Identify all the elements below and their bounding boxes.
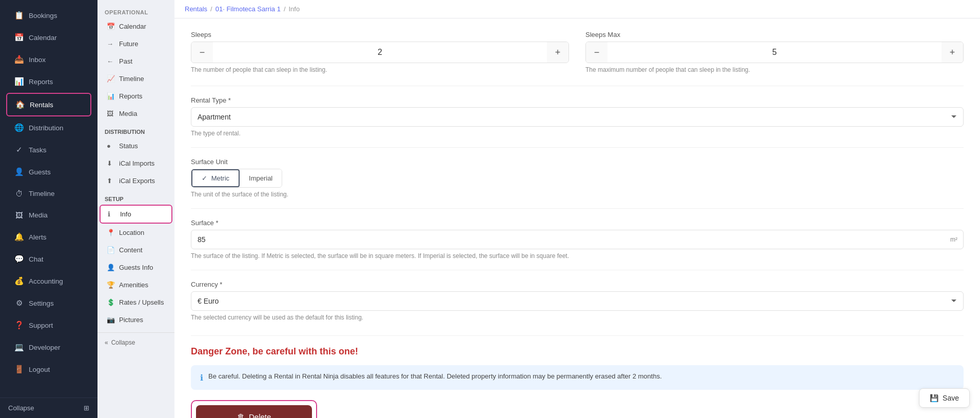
sub-reports-icon: 📊: [107, 92, 115, 100]
currency-select[interactable]: € Euro: [191, 291, 964, 311]
sleeps-increment[interactable]: +: [547, 42, 569, 63]
metric-button[interactable]: ✓ Metric: [191, 169, 240, 187]
sub-item-content[interactable]: 📄 Content: [100, 242, 172, 258]
save-icon: 💾: [930, 394, 938, 402]
sub-item-calendar[interactable]: 📅 Calendar: [100, 18, 172, 35]
imperial-label: Imperial: [249, 174, 272, 182]
rental-type-select[interactable]: Apartment: [191, 107, 964, 127]
surface-unit-label: Surface Unit: [191, 158, 964, 166]
sleeps-group: Sleeps − 2 + The number of people that c…: [191, 31, 569, 73]
sub-item-label: Calendar: [119, 23, 146, 30]
sub-item-status[interactable]: ● Status: [100, 137, 172, 154]
sleeps-max-label: Sleeps Max: [585, 31, 964, 38]
sidebar-item-calendar[interactable]: 📅 Calendar: [6, 27, 91, 48]
sub-item-ical-imports[interactable]: ⬇ iCal Imports: [100, 155, 172, 172]
sidebar-item-support[interactable]: ❓ Support: [6, 314, 91, 336]
sub-item-past[interactable]: ← Past: [100, 53, 172, 70]
sub-section-operational: Operational: [97, 4, 174, 17]
sidebar-item-tasks[interactable]: ✓ Tasks: [6, 139, 91, 161]
sidebar-item-label: Calendar: [29, 34, 57, 42]
sub-item-location[interactable]: 📍 Location: [100, 224, 172, 241]
sub-item-pictures[interactable]: 📷 Pictures: [100, 311, 172, 328]
sleeps-max-decrement[interactable]: −: [586, 42, 607, 63]
sub-ical-export-icon: ⬆: [107, 177, 115, 185]
sidebar-item-reports[interactable]: 📊 Reports: [6, 71, 91, 92]
sidebar-item-accounting[interactable]: 💰 Accounting: [6, 270, 91, 292]
delete-button[interactable]: 🗑 Delete: [196, 405, 312, 418]
sidebar-item-rentals[interactable]: 🏠 Rentals: [6, 93, 91, 116]
sub-collapse-label: Collapse: [111, 339, 135, 346]
sleeps-decrement[interactable]: −: [191, 42, 213, 63]
sub-item-media[interactable]: 🖼 Media: [100, 105, 172, 122]
sidebar-item-label: Alerts: [29, 233, 47, 241]
sleeps-max-value: 5: [607, 48, 942, 57]
sub-item-ical-exports[interactable]: ⬆ iCal Exports: [100, 172, 172, 189]
chat-icon: 💬: [14, 254, 24, 264]
sub-collapse-icon: «: [105, 339, 108, 346]
sidebar-item-label: Tasks: [29, 146, 47, 154]
sub-info-icon: ℹ: [108, 210, 116, 218]
sub-item-info[interactable]: ℹ Info: [100, 205, 172, 224]
sidebar-item-inbox[interactable]: 📥 Inbox: [6, 49, 91, 70]
surface-unit-hint: The unit of the surface of the listing.: [191, 191, 964, 198]
timeline-icon: ⏱: [14, 189, 24, 198]
sub-item-label: Status: [119, 142, 138, 150]
sub-item-label: Guests Info: [119, 264, 153, 271]
sub-item-timeline[interactable]: 📈 Timeline: [100, 70, 172, 87]
sidebar-item-distribution[interactable]: 🌐 Distribution: [6, 117, 91, 138]
sleeps-stepper: − 2 +: [191, 42, 569, 63]
settings-icon: ⚙: [14, 298, 24, 308]
sub-collapse-button[interactable]: « Collapse: [97, 332, 174, 352]
sidebar-item-logout[interactable]: 🚪 Logout: [6, 359, 91, 380]
bookings-icon: 📋: [14, 11, 24, 20]
developer-icon: 💻: [14, 343, 24, 352]
breadcrumb-rentals[interactable]: Rentals: [185, 5, 207, 13]
sidebar-item-label: Chat: [29, 255, 44, 263]
collapse-button[interactable]: Collapse ⊞: [0, 398, 97, 418]
rental-type-label: Rental Type *: [191, 96, 964, 104]
imperial-button[interactable]: Imperial: [240, 169, 282, 187]
sidebar-item-label: Logout: [29, 366, 50, 373]
sidebar-item-chat[interactable]: 💬 Chat: [6, 248, 91, 270]
sub-item-amenities[interactable]: 🏆 Amenities: [100, 276, 172, 293]
sub-guests-info-icon: 👤: [107, 264, 115, 271]
sub-item-guests-info[interactable]: 👤 Guests Info: [100, 259, 172, 276]
breadcrumb-separator-2: /: [284, 5, 286, 13]
guests-icon: 👤: [14, 167, 24, 176]
sidebar-item-media[interactable]: 🖼 Media: [6, 205, 91, 226]
sidebar-item-settings[interactable]: ⚙ Settings: [6, 292, 91, 314]
sub-item-label: iCal Imports: [119, 160, 154, 167]
sub-item-reports[interactable]: 📊 Reports: [100, 88, 172, 105]
sidebar-item-label: Distribution: [29, 124, 64, 132]
sub-past-icon: ←: [107, 57, 115, 65]
breadcrumb-rental-name[interactable]: 01· Filmoteca Sarria 1: [215, 5, 281, 13]
surface-unit-group: Surface Unit ✓ Metric Imperial The unit …: [191, 158, 964, 198]
sidebar-item-label: Inbox: [29, 56, 46, 64]
sidebar-item-alerts[interactable]: 🔔 Alerts: [6, 226, 91, 248]
sidebar-item-label: Media: [29, 211, 48, 219]
sidebar-item-label: Support: [29, 322, 53, 329]
info-circle-icon: ℹ: [200, 373, 203, 383]
sidebar-item-developer[interactable]: 💻 Developer: [6, 336, 91, 358]
sidebar-item-label: Guests: [29, 168, 51, 176]
tasks-icon: ✓: [14, 145, 24, 154]
sub-calendar-icon: 📅: [107, 23, 115, 30]
sidebar-item-timeline[interactable]: ⏱ Timeline: [6, 183, 91, 204]
sub-item-future[interactable]: → Future: [100, 35, 172, 52]
save-button[interactable]: 💾 Save: [919, 388, 970, 408]
sub-item-rates[interactable]: 💲 Rates / Upsells: [100, 294, 172, 311]
sleeps-max-group: Sleeps Max − 5 + The maximum number of p…: [585, 31, 964, 73]
sub-item-label: Location: [119, 229, 144, 236]
sub-status-icon: ●: [107, 142, 115, 150]
sub-location-icon: 📍: [107, 229, 115, 236]
sidebar-bottom: Collapse ⊞: [0, 397, 97, 418]
surface-hint: The surface of the listing. If Metric is…: [191, 252, 964, 260]
sub-amenities-icon: 🏆: [107, 281, 115, 289]
sub-item-label: Pictures: [119, 316, 143, 324]
sidebar-item-bookings[interactable]: 📋 Bookings: [6, 5, 91, 26]
surface-input[interactable]: [191, 230, 964, 249]
sidebar-item-guests[interactable]: 👤 Guests: [6, 161, 91, 183]
save-label: Save: [943, 394, 959, 402]
sleeps-max-increment[interactable]: +: [942, 42, 963, 63]
trash-icon: 🗑: [237, 412, 245, 418]
